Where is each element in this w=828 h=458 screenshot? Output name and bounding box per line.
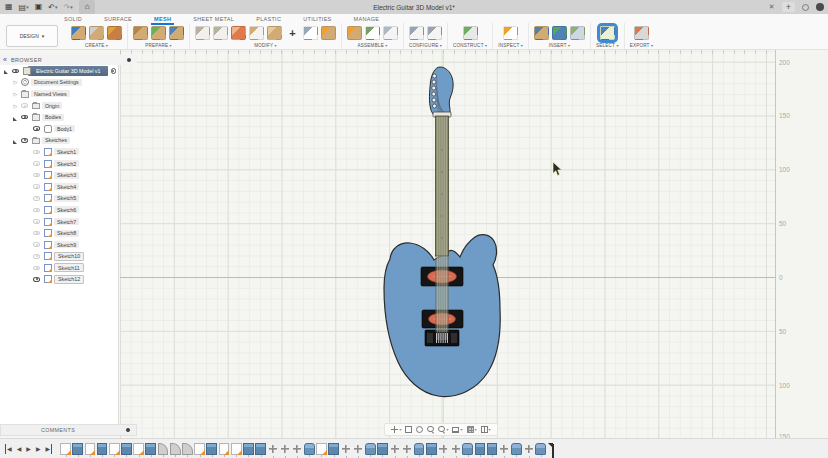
browser-row-sketch11[interactable]: Sketch11: [0, 262, 118, 274]
timeline-combine-feature[interactable]: [414, 443, 425, 455]
timeline-move-feature[interactable]: [340, 443, 351, 455]
visibility-eye-icon[interactable]: [21, 115, 28, 120]
generate-face-groups-icon[interactable]: [133, 26, 148, 40]
browser-row-origin[interactable]: ▷Origin: [0, 100, 118, 112]
zoom-icon[interactable]: ▾: [438, 426, 448, 433]
timeline-move-feature[interactable]: [450, 443, 461, 455]
timeline-extrude-feature[interactable]: [97, 443, 108, 455]
undo-icon[interactable]: ↶▾: [48, 0, 57, 15]
timeline-extrude-feature[interactable]: [72, 443, 83, 455]
browser-row-sketch9[interactable]: Sketch9: [0, 239, 118, 251]
insert-derive-icon[interactable]: [534, 26, 549, 40]
browser-row-document-settings[interactable]: ▷Document Settings: [0, 77, 118, 89]
timeline-fillet-feature[interactable]: [182, 443, 193, 455]
expand-arrow-icon[interactable]: ▷: [12, 79, 19, 85]
file-icon[interactable]: ▤▾: [19, 0, 29, 15]
tab-solid[interactable]: SOLID: [62, 15, 84, 23]
toolbar-group-label[interactable]: ASSEMBLE ▾: [358, 43, 388, 48]
rebuild-mesh-icon[interactable]: [169, 26, 184, 40]
collapse-panel-icon[interactable]: «: [0, 55, 11, 65]
remesh-icon[interactable]: [195, 26, 210, 40]
visibility-eye-icon[interactable]: [33, 196, 40, 201]
joint-icon[interactable]: [365, 26, 380, 40]
timeline-move-feature[interactable]: [280, 443, 291, 455]
fit-view-icon[interactable]: [405, 426, 412, 433]
visibility-eye-icon[interactable]: [33, 126, 40, 131]
skip-start-icon[interactable]: ◀: [5, 444, 12, 454]
timeline-playhead[interactable]: [552, 444, 554, 458]
shell-icon[interactable]: [249, 26, 264, 40]
step-forward-icon[interactable]: ▶: [36, 444, 41, 454]
timeline-move-feature[interactable]: [267, 443, 278, 455]
insert-part-icon[interactable]: [552, 26, 567, 40]
export-icon[interactable]: [634, 26, 649, 40]
notifications-icon[interactable]: [802, 4, 809, 11]
visibility-eye-icon[interactable]: [21, 138, 28, 143]
browser-row-sketch2[interactable]: Sketch2: [0, 158, 118, 170]
play-icon[interactable]: ▶: [26, 444, 31, 454]
timeline-move-feature[interactable]: [499, 443, 510, 455]
visibility-eye-icon[interactable]: [33, 173, 40, 178]
viewport-canvas[interactable]: [120, 50, 775, 438]
canvas-icon[interactable]: [570, 26, 585, 40]
browser-row-sketch1[interactable]: Sketch1: [0, 146, 118, 158]
visibility-eye-icon[interactable]: [33, 242, 40, 247]
timeline-sketch-feature[interactable]: [219, 443, 230, 455]
browser-row-named-views[interactable]: ▷Named Views: [0, 88, 118, 100]
toolbar-group-label[interactable]: SELECT ▾: [596, 43, 619, 48]
new-component-icon[interactable]: [347, 26, 362, 40]
visibility-eye-icon[interactable]: [33, 161, 40, 166]
visibility-eye-icon[interactable]: [33, 231, 40, 236]
timeline-fillet-feature[interactable]: [170, 443, 181, 455]
visibility-eye-icon[interactable]: [33, 277, 40, 282]
expand-arrow-icon[interactable]: ▷: [12, 103, 19, 109]
toolbar-group-label[interactable]: MODIFY ▾: [254, 43, 277, 48]
browser-row-sketch8[interactable]: Sketch8: [0, 227, 118, 239]
construct-plane-icon[interactable]: [463, 26, 478, 40]
toolbar-group-label[interactable]: INSERT ▾: [549, 43, 571, 48]
look-at-icon[interactable]: [427, 426, 434, 433]
visibility-eye-icon[interactable]: [33, 150, 40, 155]
expand-arrow-icon[interactable]: ▷: [12, 91, 19, 97]
timeline-combine-feature[interactable]: [304, 443, 315, 455]
plane-cut-icon[interactable]: [303, 26, 318, 40]
visibility-eye-icon[interactable]: [12, 69, 19, 74]
collapse-arrow-icon[interactable]: [13, 140, 17, 144]
timeline-extrude-feature[interactable]: [328, 443, 339, 455]
timeline-move-feature[interactable]: [438, 443, 449, 455]
timeline-sketch-feature[interactable]: [316, 443, 327, 455]
tab-plastic[interactable]: PLASTIC: [254, 15, 283, 23]
tab-surface[interactable]: SURFACE: [102, 15, 134, 23]
orbit-icon[interactable]: [416, 426, 423, 433]
repair-mesh-icon[interactable]: [151, 26, 166, 40]
home-icon[interactable]: ⌂: [79, 0, 96, 14]
configuration-table-icon[interactable]: [427, 26, 442, 40]
convert-mesh-icon[interactable]: [321, 26, 336, 40]
browser-row-body1[interactable]: Body1: [0, 123, 118, 135]
configuration-sheet-icon[interactable]: [409, 26, 424, 40]
create-base-feature-icon[interactable]: [89, 26, 104, 40]
viewports-icon[interactable]: ▾: [481, 426, 491, 433]
collapse-arrow-icon[interactable]: [13, 117, 17, 121]
visibility-eye-icon[interactable]: [33, 254, 40, 259]
select-icon[interactable]: [600, 26, 615, 40]
toolbar-group-label[interactable]: INSPECT ▾: [498, 43, 523, 48]
browser-row-sketch10[interactable]: Sketch10: [0, 251, 118, 263]
timeline-sketch-feature[interactable]: [231, 443, 242, 455]
workspace-selector[interactable]: DESIGN▾: [6, 25, 58, 47]
timeline-move-feature[interactable]: [353, 443, 364, 455]
tab-manage[interactable]: MANAGE: [352, 15, 382, 23]
timeline-extrude-feature[interactable]: [475, 443, 486, 455]
timeline-combine-feature[interactable]: [365, 443, 376, 455]
comments-options-icon[interactable]: [126, 428, 131, 433]
toolbar-group-label[interactable]: CONSTRUCT ▾: [453, 43, 487, 48]
skip-end-icon[interactable]: ▶: [46, 444, 53, 454]
timeline-extrude-feature[interactable]: [426, 443, 437, 455]
parameters-icon[interactable]: [383, 26, 398, 40]
collapse-arrow-icon[interactable]: [4, 70, 8, 74]
timeline-extrude-feature[interactable]: [145, 443, 156, 455]
browser-row-sketch7[interactable]: Sketch7: [0, 216, 118, 228]
erase-fill-icon[interactable]: [231, 26, 246, 40]
browser-row-sketch12[interactable]: Sketch12: [0, 274, 118, 286]
timeline-extrude-feature[interactable]: [487, 443, 498, 455]
